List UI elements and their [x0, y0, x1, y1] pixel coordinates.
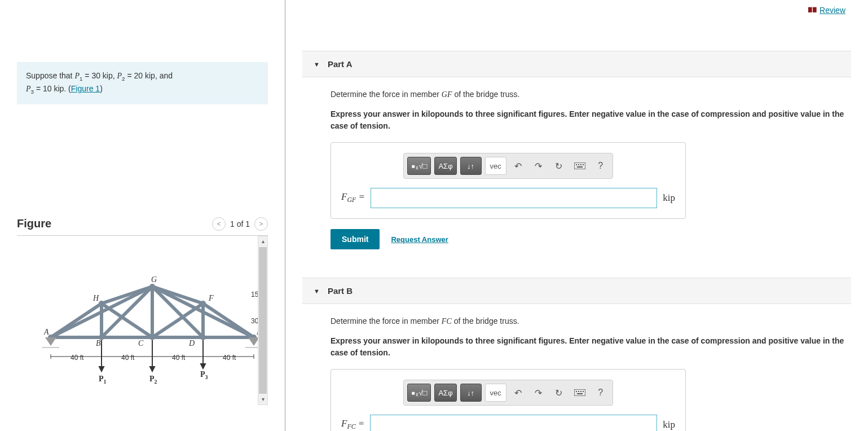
- greek-button[interactable]: ΑΣφ: [434, 157, 456, 175]
- svg-rect-47: [577, 166, 583, 168]
- help-button[interactable]: ?: [592, 384, 609, 402]
- keyboard-button[interactable]: [571, 157, 589, 175]
- subscript-button[interactable]: ↓↑: [460, 384, 482, 402]
- keyboard-icon: [574, 389, 585, 396]
- part-b-answer-input[interactable]: [370, 415, 657, 431]
- redo-button[interactable]: ↷: [530, 157, 547, 175]
- figure-next-button[interactable]: >: [254, 217, 268, 231]
- svg-point-7: [99, 301, 104, 306]
- part-a-unit: kip: [663, 192, 675, 204]
- svg-rect-53: [577, 393, 583, 394]
- vector-button[interactable]: vec: [485, 157, 506, 175]
- svg-rect-45: [580, 164, 581, 165]
- left-panel: Suppose that P1 = 30 kip, P2 = 20 kip, a…: [0, 0, 285, 431]
- part-a-instruction: Express your answer in kilopounds to thr…: [331, 108, 851, 132]
- svg-point-5: [200, 335, 206, 340]
- part-a-header[interactable]: ▼ Part A: [302, 51, 851, 77]
- svg-text:B: B: [96, 339, 101, 348]
- problem-statement: Suppose that P1 = 30 kip, P2 = 20 kip, a…: [17, 62, 268, 104]
- svg-rect-46: [583, 164, 584, 165]
- part-b-header[interactable]: ▼ Part B: [302, 278, 851, 304]
- svg-text:P1: P1: [99, 375, 107, 385]
- part-a-submit-button[interactable]: Submit: [331, 229, 380, 249]
- undo-button[interactable]: ↶: [510, 384, 527, 402]
- undo-button[interactable]: ↶: [510, 157, 527, 175]
- subscript-button[interactable]: ↓↑: [460, 157, 482, 175]
- help-button[interactable]: ?: [592, 157, 609, 175]
- equation-toolbar: ■ᵪ√□ ΑΣφ ↓↑ vec ↶ ↷ ↻ ?: [403, 380, 613, 406]
- vector-button[interactable]: vec: [485, 384, 506, 402]
- scroll-thumb[interactable]: [259, 247, 267, 394]
- figure-header: Figure < 1 of 1 >: [17, 217, 268, 236]
- svg-rect-1: [813, 7, 817, 12]
- part-a-section: ▼ Part A Determine the force in member G…: [302, 51, 851, 261]
- templates-button[interactable]: ■ᵪ√□: [407, 157, 431, 175]
- svg-text:C: C: [138, 339, 144, 348]
- reset-button[interactable]: ↻: [550, 384, 567, 402]
- keyboard-button[interactable]: [571, 384, 589, 402]
- part-a-request-answer-link[interactable]: Request Answer: [391, 235, 448, 244]
- scroll-up-icon[interactable]: ▴: [258, 236, 267, 247]
- svg-point-9: [200, 301, 206, 306]
- svg-text:P3: P3: [200, 370, 208, 380]
- reset-button[interactable]: ↻: [550, 157, 567, 175]
- equation-toolbar: ■ᵪ√□ ΑΣφ ↓↑ vec ↶ ↷ ↻ ?: [403, 153, 613, 179]
- figure-nav: < 1 of 1 >: [212, 217, 268, 231]
- svg-text:40 ft: 40 ft: [172, 354, 186, 362]
- svg-point-8: [149, 284, 155, 289]
- figure-scroller: A B C D E F G H 40 ft 40 ft 40 ft 40 ft: [17, 236, 268, 405]
- svg-rect-50: [578, 391, 579, 392]
- svg-rect-48: [574, 389, 585, 396]
- part-a-var-label: FGF =: [341, 191, 365, 204]
- svg-rect-43: [576, 164, 577, 165]
- chevron-down-icon: ▼: [314, 61, 320, 68]
- part-b-unit: kip: [663, 419, 675, 430]
- svg-point-4: [149, 335, 155, 340]
- part-b-answer-box: ■ᵪ√□ ΑΣφ ↓↑ vec ↶ ↷ ↻ ? FFC = kip: [331, 369, 686, 431]
- review-link[interactable]: Review: [808, 6, 845, 15]
- review-label: Review: [819, 6, 845, 15]
- svg-rect-44: [578, 164, 579, 165]
- part-a-question: Determine the force in member GF of the …: [331, 89, 851, 100]
- svg-text:40 ft: 40 ft: [71, 354, 84, 362]
- keyboard-icon: [574, 162, 585, 169]
- svg-text:40 ft: 40 ft: [223, 354, 236, 362]
- templates-button[interactable]: ■ᵪ√□: [407, 384, 431, 402]
- svg-text:G: G: [151, 275, 157, 284]
- svg-text:P2: P2: [149, 375, 157, 385]
- figure-image: A B C D E F G H 40 ft 40 ft 40 ft 40 ft: [17, 236, 268, 405]
- greek-button[interactable]: ΑΣφ: [434, 384, 456, 402]
- figure-scrollbar[interactable]: ▴ ▾: [258, 236, 268, 405]
- svg-rect-51: [580, 391, 581, 392]
- part-b-section: ▼ Part B Determine the force in member F…: [302, 278, 851, 431]
- svg-text:40 ft: 40 ft: [121, 354, 135, 362]
- part-a-answer-input[interactable]: [371, 188, 657, 208]
- svg-rect-49: [576, 391, 577, 392]
- figure-heading: Figure: [17, 217, 51, 230]
- part-a-title: Part A: [328, 59, 353, 69]
- svg-text:F: F: [208, 294, 214, 302]
- svg-rect-52: [583, 391, 584, 392]
- part-b-question: Determine the force in member FC of the …: [331, 315, 851, 327]
- figure-nav-text: 1 of 1: [230, 219, 250, 228]
- svg-rect-42: [574, 162, 585, 169]
- part-b-instruction: Express your answer in kilopounds to thr…: [331, 335, 851, 359]
- book-icon: [808, 7, 817, 14]
- redo-button[interactable]: ↷: [530, 384, 547, 402]
- right-panel: ▼ Part A Determine the force in member G…: [285, 0, 868, 431]
- chevron-down-icon: ▼: [314, 288, 320, 294]
- figure-link[interactable]: Figure 1: [71, 84, 100, 93]
- svg-rect-0: [808, 7, 812, 12]
- part-a-answer-box: ■ᵪ√□ ΑΣφ ↓↑ vec ↶ ↷ ↻ ? FGF = kip: [331, 142, 686, 219]
- part-b-title: Part B: [328, 286, 353, 296]
- figure-prev-button[interactable]: <: [212, 217, 226, 231]
- svg-text:D: D: [188, 339, 195, 348]
- scroll-down-icon[interactable]: ▾: [258, 394, 267, 404]
- part-b-var-label: FFC =: [341, 418, 364, 431]
- svg-text:H: H: [92, 294, 99, 302]
- svg-text:A: A: [43, 328, 49, 336]
